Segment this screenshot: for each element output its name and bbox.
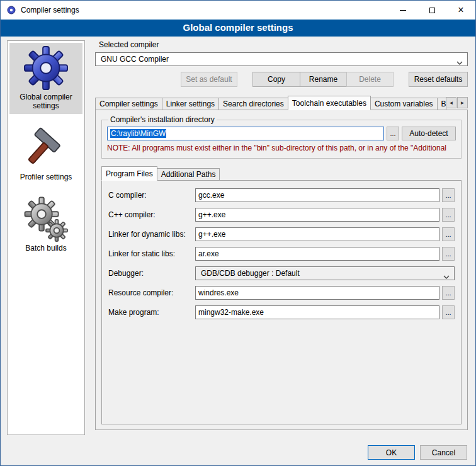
cpp-compiler-input[interactable]: g++.exe (195, 208, 439, 222)
cpp-compiler-label: C++ compiler: (108, 210, 195, 219)
debugger-label: Debugger: (108, 269, 195, 278)
field-row-cpp-compiler: C++ compiler: g++.exe ... (108, 208, 455, 222)
tab-program-files[interactable]: Program Files (101, 166, 157, 181)
install-dir-group: Compiler's installation directory C:\ray… (101, 115, 462, 159)
tab-build-options[interactable]: Build (437, 98, 446, 110)
resource-compiler-input[interactable]: windres.exe (195, 286, 439, 300)
sidebar-item-label: Batch builds (25, 244, 66, 253)
make-program-input[interactable]: mingw32-make.exe (195, 305, 439, 319)
dialog-footer: OK Cancel (368, 445, 467, 460)
resource-compiler-browse-button[interactable]: ... (442, 286, 455, 300)
app-icon (6, 5, 16, 15)
install-dir-group-title: Compiler's installation directory (108, 115, 217, 124)
field-row-resource-compiler: Resource compiler: windres.exe ... (108, 286, 455, 300)
debugger-select[interactable]: GDB/CDB debugger : Default (195, 266, 455, 280)
make-program-label: Make program: (108, 308, 195, 317)
toolchain-executables-page: Compiler's installation directory C:\ray… (95, 110, 468, 430)
c-compiler-input[interactable]: gcc.exe (195, 188, 439, 202)
minimize-icon (400, 10, 406, 11)
program-files-page: C compiler: gcc.exe ... C++ compiler: g+… (101, 180, 462, 424)
dynamic-linker-input[interactable]: g++.exe (195, 227, 439, 241)
field-row-c-compiler: C compiler: gcc.exe ... (108, 188, 455, 202)
resource-compiler-value: windres.exe (198, 288, 239, 297)
c-compiler-label: C compiler: (108, 191, 195, 200)
gear-icon (23, 45, 69, 91)
install-dir-row: C:\raylib\MinGW ... Auto-detect (107, 127, 456, 140)
tab-compiler-settings[interactable]: Compiler settings (95, 98, 162, 110)
field-row-debugger: Debugger: GDB/CDB debugger : Default (108, 266, 455, 280)
c-compiler-value: gcc.exe (198, 191, 224, 200)
reset-defaults-button[interactable]: Reset defaults (409, 72, 468, 87)
maximize-icon (429, 8, 435, 13)
titlebar: Compiler settings × (1, 1, 475, 20)
debugger-value: GDB/CDB debugger : Default (201, 269, 300, 278)
c-compiler-browse-button[interactable]: ... (442, 188, 455, 202)
install-dir-browse-button[interactable]: ... (387, 127, 399, 140)
window-title: Compiler settings (21, 6, 79, 14)
dynamic-linker-browse-button[interactable]: ... (442, 227, 455, 241)
ok-button[interactable]: OK (368, 445, 415, 460)
tab-linker-settings[interactable]: Linker settings (162, 98, 219, 110)
tab-scroll-right-button[interactable]: ► (457, 97, 468, 108)
field-row-dynamic-linker: Linker for dynamic libs: g++.exe ... (108, 227, 455, 241)
tab-search-directories[interactable]: Search directories (218, 98, 288, 110)
close-icon: × (458, 5, 463, 15)
set-as-default-button[interactable]: Set as default (181, 72, 237, 87)
install-dir-input[interactable]: C:\raylib\MinGW (107, 127, 384, 140)
compiler-select-value: GNU GCC Compiler (101, 55, 169, 64)
compiler-settings-window: Compiler settings × Global compiler sett… (0, 0, 476, 466)
tab-scroll-buttons: ◄ ► (446, 97, 468, 108)
cpp-compiler-value: g++.exe (198, 210, 225, 219)
copy-button[interactable]: Copy (252, 72, 300, 87)
cancel-button[interactable]: Cancel (420, 445, 467, 460)
program-tabstrip: Program Files Additional Paths (101, 166, 462, 180)
tab-toolchain-executables[interactable]: Toolchain executables (288, 96, 371, 110)
dialog-header: Global compiler settings (1, 20, 475, 37)
static-linker-label: Linker for static libs: (108, 249, 195, 258)
note-text: NOTE: All programs must exist either in … (107, 144, 456, 153)
static-linker-input[interactable]: ar.exe (195, 247, 439, 261)
sidebar-item-label: Profiler settings (20, 173, 72, 181)
install-dir-value: C:\raylib\MinGW (110, 129, 166, 138)
gears-icon (23, 196, 69, 242)
selected-compiler-label: Selected compiler (99, 40, 468, 49)
maximize-button[interactable] (417, 1, 446, 20)
sidebar-item-profiler-settings[interactable]: Profiler settings (9, 123, 82, 185)
tab-additional-paths[interactable]: Additional Paths (157, 168, 220, 180)
field-row-static-linker: Linker for static libs: ar.exe ... (108, 247, 455, 261)
sidebar-item-batch-builds[interactable]: Batch builds (9, 194, 82, 256)
settings-tabstrip: Compiler settings Linker settings Search… (95, 96, 468, 110)
delete-button[interactable]: Delete (346, 72, 394, 87)
dynamic-linker-label: Linker for dynamic libs: (108, 230, 195, 239)
auto-detect-button[interactable]: Auto-detect (402, 127, 456, 140)
static-linker-value: ar.exe (198, 249, 219, 258)
sidebar-item-global-compiler-settings[interactable]: Global compiler settings (9, 43, 82, 114)
cpp-compiler-browse-button[interactable]: ... (442, 208, 455, 222)
hammer-icon (25, 125, 67, 171)
sidebar-item-label: Global compiler settings (11, 93, 81, 110)
compiler-actions: Set as default Copy Rename Delete Reset … (95, 72, 468, 87)
dynamic-linker-value: g++.exe (198, 230, 225, 239)
rename-button[interactable]: Rename (300, 72, 347, 87)
chevron-down-icon (443, 272, 450, 281)
chevron-down-icon (456, 58, 463, 67)
compiler-select[interactable]: GNU GCC Compiler (95, 52, 468, 66)
tab-scroll-left-button[interactable]: ◄ (446, 97, 456, 108)
tab-custom-variables[interactable]: Custom variables (370, 98, 438, 110)
make-program-value: mingw32-make.exe (198, 308, 264, 317)
sidebar: Global compiler settings Profiler settin… (7, 40, 85, 435)
static-linker-browse-button[interactable]: ... (442, 247, 455, 261)
make-program-browse-button[interactable]: ... (442, 305, 455, 319)
resource-compiler-label: Resource compiler: (108, 288, 195, 297)
close-button[interactable]: × (446, 1, 475, 20)
minimize-button[interactable] (388, 1, 417, 20)
field-row-make-program: Make program: mingw32-make.exe ... (108, 305, 455, 319)
window-controls: × (388, 1, 475, 20)
main-panel: Selected compiler GNU GCC Compiler Set a… (95, 40, 468, 430)
